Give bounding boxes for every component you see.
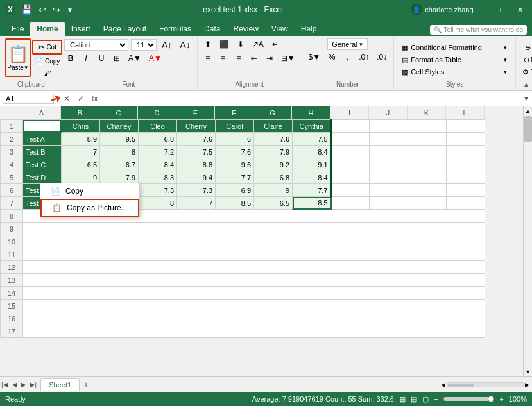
col-header-e[interactable]: E — [176, 106, 215, 119]
empty-row-17[interactable] — [23, 325, 485, 338]
col-header-c[interactable]: C — [99, 106, 138, 119]
tab-review[interactable]: Review — [227, 22, 264, 36]
cell-j7[interactable] — [370, 197, 408, 210]
scroll-up-button[interactable]: ▲ — [524, 106, 532, 115]
row-number-7[interactable]: 7 — [1, 197, 23, 210]
cell-h7[interactable]: 8.5 — [293, 197, 331, 210]
cell-a4[interactable]: Test C — [23, 158, 62, 171]
cell-l5[interactable] — [447, 171, 485, 184]
cell-j1[interactable] — [370, 120, 408, 133]
row-number-4[interactable]: 4 — [1, 158, 23, 171]
cell-j6[interactable] — [370, 184, 408, 197]
cell-f4[interactable]: 9.6 — [216, 158, 254, 171]
scroll-right-button[interactable]: ▶ — [525, 382, 529, 388]
col-header-h[interactable]: H — [292, 106, 330, 119]
col-header-k[interactable]: K — [408, 106, 446, 119]
align-right-button[interactable]: ≡ — [232, 53, 245, 64]
format-table-button[interactable]: ▤ Format as Table ▼ — [398, 55, 511, 65]
row-number-16[interactable]: 16 — [1, 312, 23, 325]
cell-k4[interactable] — [408, 158, 447, 171]
dropdown-item-copy-as-picture[interactable]: 📋 Copy as Picture... — [40, 199, 139, 217]
cell-e5[interactable]: 9.4 — [177, 171, 216, 184]
cell-j3[interactable] — [370, 146, 408, 158]
copy-button[interactable]: 📄 Copy — [32, 56, 62, 67]
cell-j5[interactable] — [370, 171, 408, 184]
sheet-first-button[interactable]: |◀ — [0, 380, 10, 389]
scroll-track[interactable] — [524, 115, 532, 368]
cell-d7[interactable]: 8 — [139, 197, 177, 210]
horizontal-scrollbar[interactable]: ◀ ▶ — [92, 382, 532, 388]
row-number-5[interactable]: 5 — [1, 171, 23, 184]
row-number-10[interactable]: 10 — [1, 235, 23, 248]
empty-row-9[interactable] — [23, 223, 485, 235]
maximize-button[interactable]: □ — [496, 4, 508, 15]
cell-g2[interactable]: 7.6 — [254, 133, 293, 146]
increase-font-button[interactable]: A↑ — [159, 38, 175, 51]
paste-button[interactable]: 📋 Paste ▼ — [5, 38, 31, 77]
wrap-text-button[interactable]: ↵ — [269, 38, 282, 50]
col-header-b[interactable]: B — [61, 106, 99, 119]
cell-k7[interactable] — [408, 197, 447, 210]
percent-button[interactable]: % — [325, 51, 338, 63]
cell-d4[interactable]: 8.4 — [139, 158, 177, 171]
empty-row-10[interactable] — [23, 235, 485, 248]
cell-i5[interactable] — [331, 171, 370, 184]
cell-h3[interactable]: 8.4 — [293, 146, 331, 158]
align-top-button[interactable]: ⬆ — [202, 38, 214, 50]
scroll-down-button[interactable]: ▼ — [524, 368, 532, 376]
cell-d2[interactable]: 6.8 — [139, 133, 177, 146]
row-number-14[interactable]: 14 — [1, 287, 23, 300]
cell-k6[interactable] — [408, 184, 447, 197]
cancel-formula-button[interactable]: ✕ — [61, 94, 73, 103]
dropdown-item-copy[interactable]: 📄 Copy — [40, 183, 139, 199]
redo-button[interactable]: ↪ — [51, 3, 62, 16]
sheet-next-button[interactable]: ▶ — [20, 380, 28, 389]
cell-l7[interactable] — [447, 197, 485, 210]
cell-e7[interactable]: 7 — [177, 197, 216, 210]
align-bottom-button[interactable]: ⬇ — [234, 38, 247, 50]
cell-i2[interactable] — [331, 133, 370, 146]
tab-file[interactable]: File — [5, 22, 30, 36]
cell-l2[interactable] — [447, 133, 485, 146]
insert-cells-button[interactable]: ⊕Insert▼ — [520, 42, 532, 53]
align-middle-button[interactable]: ⬛ — [217, 38, 232, 50]
cell-e2[interactable]: 7.6 — [177, 133, 216, 146]
conditional-formatting-button[interactable]: ▦ Conditional Formatting ▼ — [398, 42, 511, 53]
cell-styles-button[interactable]: ▩ Cell Styles ▼ — [398, 67, 511, 78]
cell-a5[interactable]: Test D — [23, 171, 62, 184]
col-header-f[interactable]: F — [215, 106, 253, 119]
cell-g1[interactable]: Claire — [254, 120, 293, 133]
merge-button[interactable]: ⊟▼ — [279, 53, 298, 64]
qat-customize[interactable]: ▼ — [65, 5, 75, 15]
underline-button[interactable]: U — [95, 53, 108, 64]
align-center-button[interactable]: ≡ — [217, 53, 230, 64]
decrease-font-button[interactable]: A↓ — [177, 38, 193, 51]
empty-row-11[interactable] — [23, 248, 485, 261]
cell-c2[interactable]: 9.5 — [100, 133, 139, 146]
col-header-g[interactable]: G — [253, 106, 292, 119]
accounting-button[interactable]: $▼ — [306, 51, 323, 63]
col-header-a[interactable]: A — [22, 106, 61, 119]
h-scroll-track[interactable] — [447, 382, 524, 387]
cell-b4[interactable]: 6.5 — [62, 158, 100, 171]
cell-h2[interactable]: 7.5 — [293, 133, 331, 146]
cell-i6[interactable] — [331, 184, 370, 197]
cell-g4[interactable]: 9.2 — [254, 158, 293, 171]
font-family-select[interactable]: Calibri — [64, 39, 128, 51]
empty-row-12[interactable] — [23, 261, 485, 274]
cell-d5[interactable]: 8.3 — [139, 171, 177, 184]
cell-d3[interactable]: 7.2 — [139, 146, 177, 158]
row-number-11[interactable]: 11 — [1, 248, 23, 261]
tab-insert[interactable]: Insert — [65, 22, 97, 36]
cell-c4[interactable]: 6.7 — [100, 158, 139, 171]
cell-i3[interactable] — [331, 146, 370, 158]
cell-g6[interactable]: 9 — [254, 184, 293, 197]
angle-text-button[interactable]: ↗A — [250, 38, 266, 50]
cell-f6[interactable]: 6.9 — [216, 184, 254, 197]
formula-input[interactable] — [103, 94, 520, 103]
cell-i4[interactable] — [331, 158, 370, 171]
tab-formulas[interactable]: Formulas — [153, 22, 198, 36]
cell-f7[interactable]: 8.5 — [216, 197, 254, 210]
italic-button[interactable]: I — [80, 53, 92, 64]
zoom-plus-button[interactable]: + — [499, 395, 503, 403]
